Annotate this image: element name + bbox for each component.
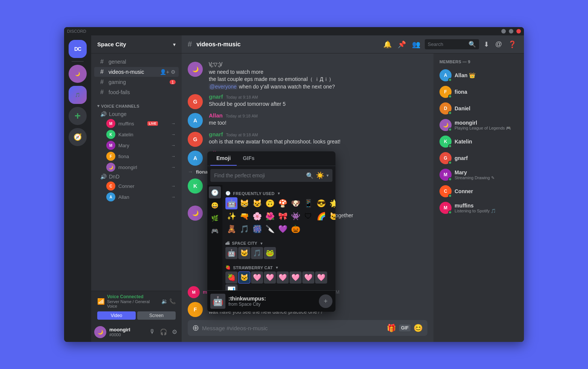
strawberry-cat-chevron[interactable]: ▾ xyxy=(276,265,278,270)
voice-member-muffins[interactable]: M muffins LIVE → xyxy=(94,118,179,129)
channel-item-videos[interactable]: # videos-n-music 👤+ ⚙ xyxy=(94,67,179,77)
notification-icon[interactable]: 🔔 xyxy=(382,39,393,50)
author-allan1[interactable]: Allan xyxy=(209,112,223,119)
member-item-daniel[interactable]: D Daniel xyxy=(436,100,521,117)
emoji-cell-rainbow[interactable]: 🌈 xyxy=(315,210,327,222)
add-attachment-icon[interactable]: ⊕ xyxy=(192,320,199,336)
user-avatar[interactable]: 🌙 xyxy=(94,326,106,338)
sc2-emoji-4[interactable]: 🩷 xyxy=(264,271,276,284)
server-icon-1[interactable]: 🌙 xyxy=(69,65,87,83)
emoji-cell-robot[interactable]: 🤖 xyxy=(225,197,237,209)
add-member-icon[interactable]: 👤+ xyxy=(160,69,169,75)
emoji-cell-blossom[interactable]: 🌸 xyxy=(251,210,263,222)
disconnect-icon[interactable]: 📞 xyxy=(169,298,176,304)
emoji-cell-hibiscus[interactable]: 🌺 xyxy=(264,210,276,222)
emoji-cell-dog[interactable]: 🐶 xyxy=(289,197,302,209)
search-input[interactable] xyxy=(428,41,467,47)
sc2-emoji-3[interactable]: 🩷 xyxy=(251,271,263,284)
emoji-cell-cool[interactable]: 😎 xyxy=(315,197,327,209)
sc2-emoji-1[interactable]: 🍓 xyxy=(225,271,237,284)
download-icon[interactable]: ⬇ xyxy=(482,39,491,50)
emoji-icon[interactable]: 😊 xyxy=(413,323,423,332)
cat-leaf[interactable]: 🌿 xyxy=(209,212,221,224)
emoji-sun-icon[interactable]: ☀️ xyxy=(316,171,324,180)
video-btn[interactable]: Video xyxy=(97,311,136,320)
member-item-moongirl-m[interactable]: 🌙 moongirl Playing League of Legends 🎮 xyxy=(436,117,521,133)
voice-member-moongirl[interactable]: 🌙 moongirl → xyxy=(94,162,179,172)
emoji-cell-music[interactable]: 🎵 xyxy=(238,223,250,235)
cat-clock[interactable]: 🕐 xyxy=(209,186,221,198)
emoji-cell-alien[interactable]: 👾 xyxy=(289,210,302,222)
member-item-allan[interactable]: A Allan 👑 xyxy=(436,67,521,84)
space-city-chevron[interactable]: ▾ xyxy=(260,241,262,245)
soundwave-icon[interactable]: 🔉 xyxy=(161,298,168,304)
screen-btn[interactable]: Screen xyxy=(137,311,176,320)
emoji-search-input[interactable] xyxy=(214,172,304,178)
maximize-btn[interactable]: □ xyxy=(509,29,513,34)
cat-smiley[interactable]: 😀 xyxy=(209,199,221,211)
emoji-cell-star2[interactable]: 🌟 xyxy=(328,197,335,209)
voice-member-katelin[interactable]: K Katelin → xyxy=(94,129,179,140)
emoji-cell-fireworks[interactable]: 🎆 xyxy=(251,223,263,235)
emoji-cell-mushroom[interactable]: 🍄 xyxy=(277,197,289,209)
freq-chevron[interactable]: ▾ xyxy=(278,191,280,195)
member-item-mary[interactable]: M Mary Streaming Drawing ✎ xyxy=(436,166,521,183)
help-icon[interactable]: ❓ xyxy=(507,39,518,50)
sc2-emoji-2[interactable]: 🐱 xyxy=(238,271,250,284)
emoji-cell-smirkcat[interactable]: 😸 xyxy=(238,197,250,209)
settings-icon[interactable]: ⚙ xyxy=(170,327,179,337)
cat-game[interactable]: 🎮 xyxy=(209,225,221,237)
emoji-cell-jack[interactable]: 🎃 xyxy=(289,223,302,235)
emoji-add-btn[interactable]: + xyxy=(319,294,332,308)
at-icon[interactable]: @ xyxy=(494,39,504,50)
server-header[interactable]: Space City ▾ xyxy=(91,35,182,53)
message-input[interactable] xyxy=(202,321,384,335)
channel-item-general[interactable]: # general xyxy=(94,57,179,67)
emoji-cell-upside[interactable]: 🙃 xyxy=(264,197,276,209)
voice-member-mary[interactable]: M Mary → xyxy=(94,140,179,151)
sc-emoji-1[interactable]: 🤖 xyxy=(225,247,237,259)
gif-btn[interactable]: GIF xyxy=(399,325,410,331)
search-bar[interactable]: 🔍 xyxy=(425,39,479,49)
close-btn[interactable]: ✕ xyxy=(516,29,521,34)
emoji-cell-phone[interactable]: 📱 xyxy=(302,197,314,209)
channel-item-gaming[interactable]: # gaming 1 xyxy=(94,77,179,87)
sc2-emoji-6[interactable]: 🩷 xyxy=(289,271,302,284)
emoji-cell-cat2[interactable]: 🐱 xyxy=(328,210,335,222)
sc-emoji-2[interactable]: 🐱 xyxy=(238,247,250,259)
members-icon[interactable]: 👥 xyxy=(410,39,422,50)
emoji-cell-cat[interactable]: 😺 xyxy=(251,197,263,209)
sc-emoji-3[interactable]: 🎵 xyxy=(251,247,263,259)
member-item-muffins-m[interactable]: M muffins Listening to Spotify 🎵 xyxy=(436,200,521,216)
author-gnarf2[interactable]: gnarf xyxy=(209,131,223,137)
voice-member-fiona[interactable]: F fiona → xyxy=(94,151,179,162)
sc2-emoji-8[interactable]: 🩷 xyxy=(315,271,327,284)
gift-icon[interactable]: 🎁 xyxy=(387,323,396,332)
member-item-fiona[interactable]: F fiona xyxy=(436,84,521,100)
member-item-gnarf-m[interactable]: G gnarf xyxy=(436,150,521,166)
server-icon-space-city[interactable]: DC xyxy=(69,40,87,58)
explore-btn[interactable]: 🧭 xyxy=(69,128,87,146)
headphone-icon[interactable]: 🎧 xyxy=(158,327,169,337)
sc2-emoji-5[interactable]: 🩷 xyxy=(277,271,289,284)
voice-channel-dnd[interactable]: 🔊 DnD xyxy=(94,173,179,180)
add-server-btn[interactable]: + xyxy=(69,107,87,125)
member-item-katelin-m[interactable]: K Katelin xyxy=(436,133,521,150)
emoji-cell-knife[interactable]: 🔪 xyxy=(264,223,276,235)
emoji-cell-sparkle[interactable]: ✨ xyxy=(225,210,237,222)
member-item-conner-m[interactable]: C Conner xyxy=(436,183,521,200)
settings-icon[interactable]: ⚙ xyxy=(171,69,176,75)
emoji-cell-heart[interactable]: 💜 xyxy=(277,223,289,235)
author-gnarf1[interactable]: gnarf xyxy=(209,93,223,100)
sc-emoji-4[interactable]: 🐸 xyxy=(264,247,276,259)
minimize-btn[interactable]: ─ xyxy=(501,29,506,34)
server-icon-2[interactable]: 🎵 xyxy=(69,86,87,104)
emoji-cell-gun[interactable]: 🔫 xyxy=(238,210,250,222)
emoji-cell-bow[interactable]: 🎀 xyxy=(277,210,289,222)
voice-member-allan[interactable]: A Allan → xyxy=(94,192,179,202)
mic-icon[interactable]: 🎙 xyxy=(148,327,157,337)
emoji-search-bar[interactable]: 🔍 ☀️ ▾ xyxy=(210,169,332,182)
emoji-tab-emoji[interactable]: Emoji xyxy=(210,151,237,166)
voice-member-conner[interactable]: C Conner → xyxy=(94,181,179,191)
voice-category[interactable]: ▾ VOICE CHANNELS xyxy=(91,98,182,110)
